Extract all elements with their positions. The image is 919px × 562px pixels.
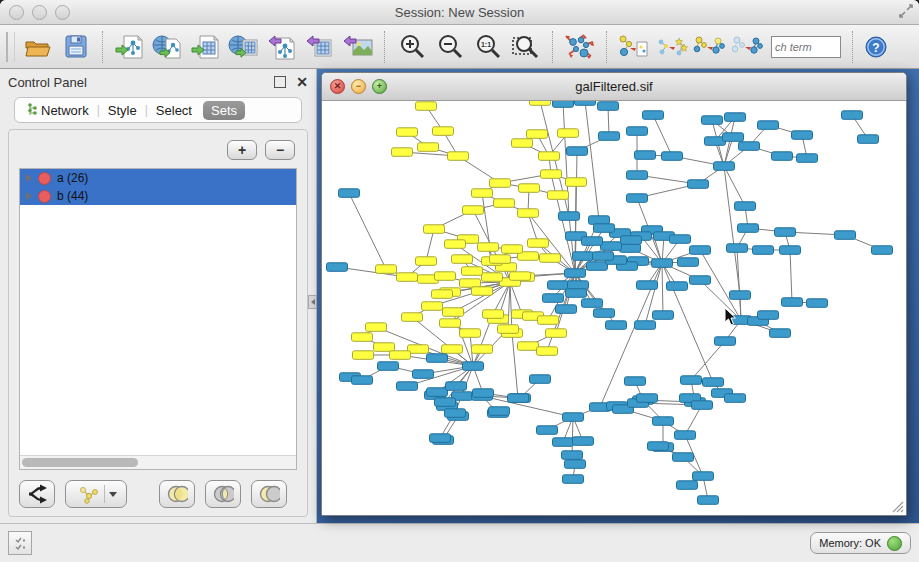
graph-node-blue[interactable]: [673, 453, 694, 462]
graph-node-blue[interactable]: [427, 388, 448, 397]
graph-node-blue[interactable]: [339, 189, 360, 198]
graph-node-blue[interactable]: [758, 121, 779, 130]
fullscreen-icon[interactable]: [899, 4, 913, 18]
graph-node-blue[interactable]: [670, 235, 691, 244]
tab-style[interactable]: Style: [100, 101, 145, 120]
graph-node-yellow[interactable]: [440, 319, 461, 328]
toolbar-drag-handle[interactable]: [6, 32, 15, 62]
import-network-url-button[interactable]: [149, 29, 187, 65]
graph-node-yellow[interactable]: [546, 329, 567, 338]
set-list-item[interactable]: a (26): [20, 169, 296, 187]
graph-node-blue[interactable]: [727, 244, 748, 253]
splitter-collapse-handle[interactable]: [308, 295, 317, 309]
graph-node-blue[interactable]: [562, 451, 583, 460]
graph-node-blue[interactable]: [735, 202, 756, 211]
graph-node-blue[interactable]: [621, 236, 642, 245]
add-set-button[interactable]: +: [227, 140, 257, 160]
graph-node-blue[interactable]: [648, 442, 669, 451]
search-input[interactable]: [771, 36, 841, 58]
import-table-url-button[interactable]: [225, 29, 263, 65]
graph-node-yellow[interactable]: [512, 139, 533, 148]
save-session-button[interactable]: [57, 29, 95, 65]
open-file-button[interactable]: [19, 29, 57, 65]
graph-node-blue[interactable]: [397, 382, 418, 391]
graph-node-yellow[interactable]: [352, 333, 373, 342]
sets-list-hscrollbar[interactable]: [20, 455, 296, 469]
graph-node-blue[interactable]: [627, 127, 648, 136]
graph-node-yellow[interactable]: [530, 101, 551, 105]
graph-node-blue[interactable]: [565, 460, 586, 469]
graph-node-blue[interactable]: [725, 113, 746, 122]
graph-node-blue[interactable]: [858, 135, 879, 144]
graph-node-blue[interactable]: [606, 321, 627, 330]
graph-node-blue[interactable]: [413, 370, 434, 379]
graph-node-blue[interactable]: [653, 417, 674, 426]
graph-node-blue[interactable]: [770, 329, 791, 338]
graph-node-yellow[interactable]: [472, 345, 493, 354]
set-intersection-button[interactable]: [205, 480, 241, 508]
graph-node-yellow[interactable]: [432, 290, 453, 299]
network-intersect-button[interactable]: [729, 29, 767, 65]
graph-node-blue[interactable]: [537, 426, 558, 435]
graph-node-blue[interactable]: [797, 154, 818, 163]
graph-node-blue[interactable]: [653, 311, 674, 320]
graph-node-yellow[interactable]: [527, 130, 548, 139]
graph-node-blue[interactable]: [593, 252, 614, 260]
resize-grip[interactable]: [890, 499, 904, 513]
graph-node-blue[interactable]: [690, 246, 711, 255]
graph-node-blue[interactable]: [573, 437, 594, 446]
graph-node-blue[interactable]: [780, 246, 801, 255]
zoom-fit-selected-button[interactable]: [507, 29, 545, 65]
graph-node-blue[interactable]: [446, 382, 467, 391]
graph-node-yellow[interactable]: [502, 245, 523, 254]
graph-node-yellow[interactable]: [397, 273, 418, 282]
graph-node-blue[interactable]: [553, 101, 574, 107]
graph-node-blue[interactable]: [599, 132, 620, 141]
graph-node-blue[interactable]: [530, 375, 551, 384]
expander-triangle-icon[interactable]: [26, 192, 32, 200]
apply-layout-button[interactable]: [561, 29, 599, 65]
graph-node-yellow[interactable]: [490, 179, 511, 188]
graph-node-blue[interactable]: [625, 377, 646, 386]
zoom-actual-size-button[interactable]: 1:1: [469, 29, 507, 65]
graph-node-yellow[interactable]: [510, 272, 531, 281]
memory-status-button[interactable]: Memory: OK: [810, 532, 911, 554]
graph-node-blue[interactable]: [430, 434, 451, 443]
graph-node-yellow[interactable]: [435, 272, 456, 281]
export-image-button[interactable]: [339, 29, 377, 65]
graph-node-blue[interactable]: [445, 409, 466, 418]
zoom-out-button[interactable]: [431, 29, 469, 65]
export-table-button[interactable]: [301, 29, 339, 65]
graph-node-blue[interactable]: [667, 282, 688, 291]
graph-node-blue[interactable]: [553, 438, 574, 447]
graph-node-yellow[interactable]: [472, 189, 493, 198]
graph-node-blue[interactable]: [662, 152, 683, 161]
graph-node-blue[interactable]: [635, 151, 656, 160]
graph-node-yellow[interactable]: [537, 347, 558, 356]
tab-select[interactable]: Select: [148, 101, 200, 120]
graph-node-blue[interactable]: [693, 472, 714, 481]
graph-node-blue[interactable]: [637, 394, 658, 403]
network-copy-button[interactable]: [615, 29, 653, 65]
graph-node-yellow[interactable]: [397, 128, 418, 137]
graph-node-blue[interactable]: [753, 246, 774, 255]
float-panel-icon[interactable]: [274, 76, 286, 88]
graph-node-blue[interactable]: [738, 224, 759, 233]
graph-node-yellow[interactable]: [541, 170, 562, 179]
graph-node-yellow[interactable]: [538, 316, 559, 325]
graph-node-blue[interactable]: [589, 216, 610, 225]
network-window-titlebar[interactable]: ✕ − + galFiltered.sif: [322, 73, 906, 101]
graph-node-yellow[interactable]: [528, 239, 549, 248]
graph-node-blue[interactable]: [543, 294, 564, 303]
graph-node-blue[interactable]: [677, 481, 698, 490]
graph-node-blue[interactable]: [627, 171, 648, 180]
graph-node-blue[interactable]: [575, 101, 596, 105]
task-history-button[interactable]: [8, 531, 32, 555]
network-graph[interactable]: [322, 101, 904, 514]
graph-node-blue[interactable]: [563, 413, 584, 422]
graph-node-yellow[interactable]: [540, 254, 561, 262]
graph-node-yellow[interactable]: [452, 255, 473, 263]
graph-node-blue[interactable]: [772, 152, 793, 161]
tab-sets[interactable]: Sets: [203, 101, 245, 120]
graph-node-yellow[interactable]: [494, 199, 515, 208]
